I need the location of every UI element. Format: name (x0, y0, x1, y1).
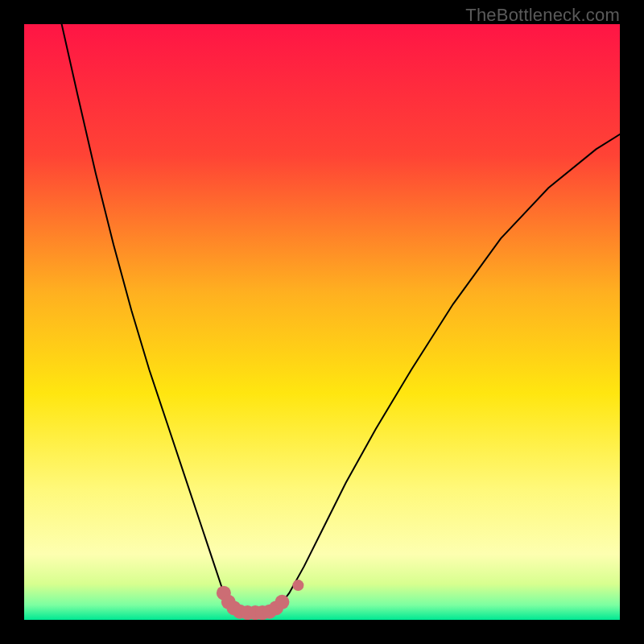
chart-container: { "watermark": "TheBottleneck.com", "can… (0, 0, 644, 644)
chart-svg (24, 24, 620, 620)
plot-area (24, 24, 620, 620)
watermark-text: TheBottleneck.com (465, 5, 620, 26)
marker-dot-isolated (292, 580, 303, 591)
marker-dot (275, 595, 289, 609)
